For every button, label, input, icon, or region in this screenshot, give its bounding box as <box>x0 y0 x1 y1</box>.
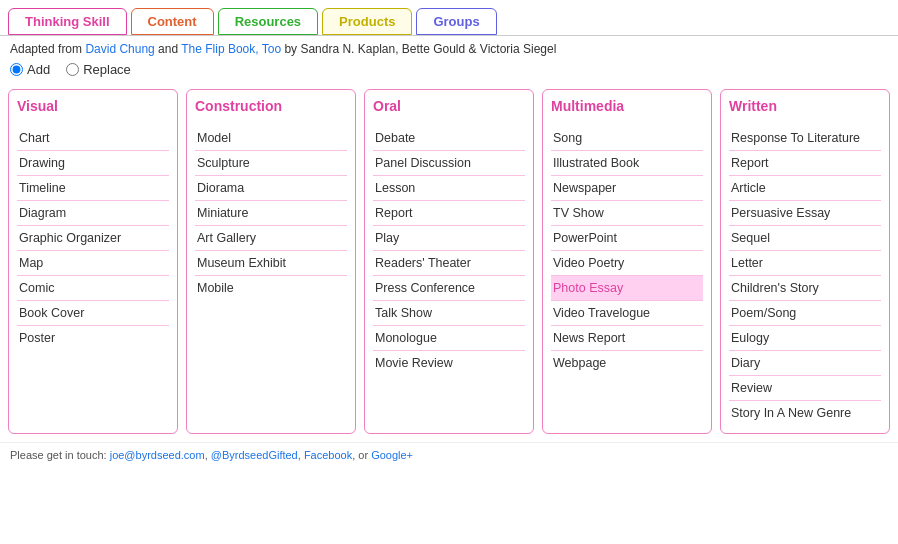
list-item[interactable]: Comic <box>17 276 169 301</box>
list-item[interactable]: Miniature <box>195 201 347 226</box>
products-grid: VisualChartDrawingTimelineDiagramGraphic… <box>0 85 898 442</box>
replace-label[interactable]: Replace <box>66 62 131 77</box>
list-item[interactable]: Museum Exhibit <box>195 251 347 276</box>
list-item[interactable]: TV Show <box>551 201 703 226</box>
column-header-oral: Oral <box>373 98 525 118</box>
attribution: Adapted from David Chung and The Flip Bo… <box>0 36 898 60</box>
attribution-link1[interactable]: David Chung <box>85 42 154 56</box>
list-item[interactable]: Debate <box>373 126 525 151</box>
list-item[interactable]: Sequel <box>729 226 881 251</box>
radio-row: Add Replace <box>0 60 898 85</box>
footer-google[interactable]: Google+ <box>371 449 413 461</box>
list-item[interactable]: Poster <box>17 326 169 350</box>
list-item[interactable]: Diorama <box>195 176 347 201</box>
replace-radio[interactable] <box>66 63 79 76</box>
list-item[interactable]: Persuasive Essay <box>729 201 881 226</box>
list-item[interactable]: Story In A New Genre <box>729 401 881 425</box>
attribution-text2: and <box>155 42 181 56</box>
list-item[interactable]: Diagram <box>17 201 169 226</box>
list-item[interactable]: News Report <box>551 326 703 351</box>
tabs-bar: Thinking SkillContentResourcesProductsGr… <box>0 0 898 36</box>
list-item[interactable]: Talk Show <box>373 301 525 326</box>
attribution-link2[interactable]: The Flip Book, Too <box>181 42 281 56</box>
list-item[interactable]: Lesson <box>373 176 525 201</box>
tab-resources[interactable]: Resources <box>218 8 318 35</box>
column-header-multimedia: Multimedia <box>551 98 703 118</box>
add-radio[interactable] <box>10 63 23 76</box>
list-item[interactable]: Diary <box>729 351 881 376</box>
footer-email[interactable]: joe@byrdseed.com <box>110 449 205 461</box>
list-item[interactable]: Monologue <box>373 326 525 351</box>
list-item[interactable]: Graphic Organizer <box>17 226 169 251</box>
list-item[interactable]: Drawing <box>17 151 169 176</box>
tab-content[interactable]: Content <box>131 8 214 35</box>
footer-facebook[interactable]: Facebook <box>304 449 352 461</box>
tab-groups[interactable]: Groups <box>416 8 496 35</box>
list-item[interactable]: Video Travelogue <box>551 301 703 326</box>
list-item[interactable]: Report <box>729 151 881 176</box>
list-item[interactable]: Movie Review <box>373 351 525 375</box>
tab-products[interactable]: Products <box>322 8 412 35</box>
list-item[interactable]: Webpage <box>551 351 703 375</box>
list-item[interactable]: Video Poetry <box>551 251 703 276</box>
column-header-construction: Construction <box>195 98 347 118</box>
replace-text: Replace <box>83 62 131 77</box>
list-item[interactable]: Poem/Song <box>729 301 881 326</box>
list-item[interactable]: Letter <box>729 251 881 276</box>
column-visual: VisualChartDrawingTimelineDiagramGraphic… <box>8 89 178 434</box>
tab-thinking[interactable]: Thinking Skill <box>8 8 127 35</box>
column-header-visual: Visual <box>17 98 169 118</box>
list-item[interactable]: Photo Essay <box>551 276 703 301</box>
list-item[interactable]: Eulogy <box>729 326 881 351</box>
add-text: Add <box>27 62 50 77</box>
column-written: WrittenResponse To LiteratureReportArtic… <box>720 89 890 434</box>
list-item[interactable]: Response To Literature <box>729 126 881 151</box>
attribution-text3: by Sandra N. Kaplan, Bette Gould & Victo… <box>281 42 556 56</box>
list-item[interactable]: Timeline <box>17 176 169 201</box>
list-item[interactable]: Model <box>195 126 347 151</box>
list-item[interactable]: Play <box>373 226 525 251</box>
attribution-text1: Adapted from <box>10 42 85 56</box>
column-header-written: Written <box>729 98 881 118</box>
list-item[interactable]: Art Gallery <box>195 226 347 251</box>
column-construction: ConstructionModelSculptureDioramaMiniatu… <box>186 89 356 434</box>
footer-twitter[interactable]: @ByrdseedGifted <box>211 449 298 461</box>
list-item[interactable]: Chart <box>17 126 169 151</box>
add-label[interactable]: Add <box>10 62 50 77</box>
list-item[interactable]: Readers' Theater <box>373 251 525 276</box>
footer-text: Please get in touch: <box>10 449 110 461</box>
list-item[interactable]: Book Cover <box>17 301 169 326</box>
list-item[interactable]: Map <box>17 251 169 276</box>
footer: Please get in touch: joe@byrdseed.com, @… <box>0 442 898 467</box>
list-item[interactable]: Press Conference <box>373 276 525 301</box>
list-item[interactable]: Sculpture <box>195 151 347 176</box>
list-item[interactable]: Mobile <box>195 276 347 300</box>
list-item[interactable]: Review <box>729 376 881 401</box>
column-multimedia: MultimediaSongIllustrated BookNewspaperT… <box>542 89 712 434</box>
list-item[interactable]: Report <box>373 201 525 226</box>
list-item[interactable]: PowerPoint <box>551 226 703 251</box>
list-item[interactable]: Illustrated Book <box>551 151 703 176</box>
list-item[interactable]: Article <box>729 176 881 201</box>
list-item[interactable]: Panel Discussion <box>373 151 525 176</box>
list-item[interactable]: Children's Story <box>729 276 881 301</box>
list-item[interactable]: Newspaper <box>551 176 703 201</box>
column-oral: OralDebatePanel DiscussionLessonReportPl… <box>364 89 534 434</box>
list-item[interactable]: Song <box>551 126 703 151</box>
